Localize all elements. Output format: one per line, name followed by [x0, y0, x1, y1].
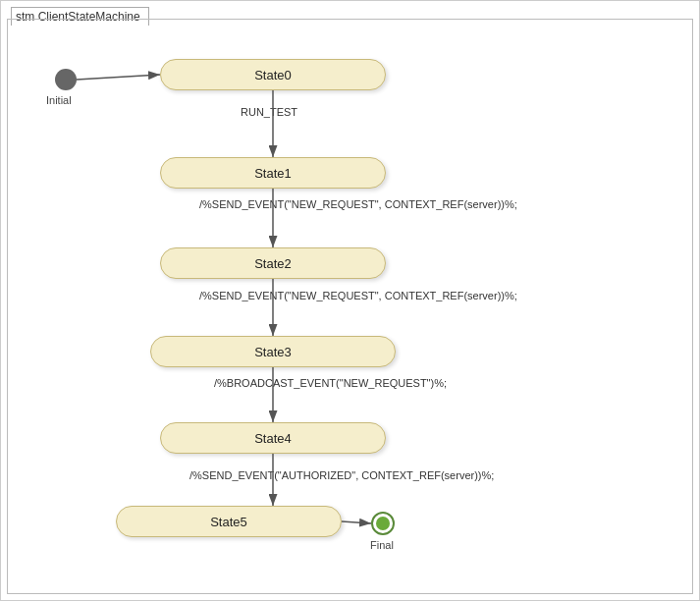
svg-line-1: [77, 75, 160, 80]
state5-box: State5: [116, 506, 342, 537]
state2-box: State2: [160, 247, 386, 279]
initial-state: [55, 69, 77, 90]
state3-box: State3: [150, 336, 396, 367]
state1-box: State1: [160, 157, 386, 189]
arrows-svg: [8, 20, 692, 593]
diagram-container: stm ClientStateMachine Initial State0 St…: [0, 0, 700, 601]
initial-label: Initial: [46, 94, 72, 106]
svg-line-7: [342, 521, 371, 523]
state4-box: State4: [160, 422, 386, 454]
transition-label-3: /%BROADCAST_EVENT("NEW_REQUEST")%;: [214, 377, 447, 389]
diagram-inner: Initial State0 State1 State2 State3 Stat…: [7, 19, 693, 594]
transition-label-0: RUN_TEST: [241, 106, 297, 118]
transition-label-4: /%SEND_EVENT("AUTHORIZED", CONTEXT_REF(s…: [189, 469, 494, 481]
transition-label-1: /%SEND_EVENT("NEW_REQUEST", CONTEXT_REF(…: [199, 198, 517, 210]
final-state-inner: [376, 517, 390, 530]
state0-box: State0: [160, 59, 386, 90]
final-state: [371, 512, 395, 535]
transition-label-2: /%SEND_EVENT("NEW_REQUEST", CONTEXT_REF(…: [199, 290, 517, 301]
final-label: Final: [370, 539, 394, 551]
